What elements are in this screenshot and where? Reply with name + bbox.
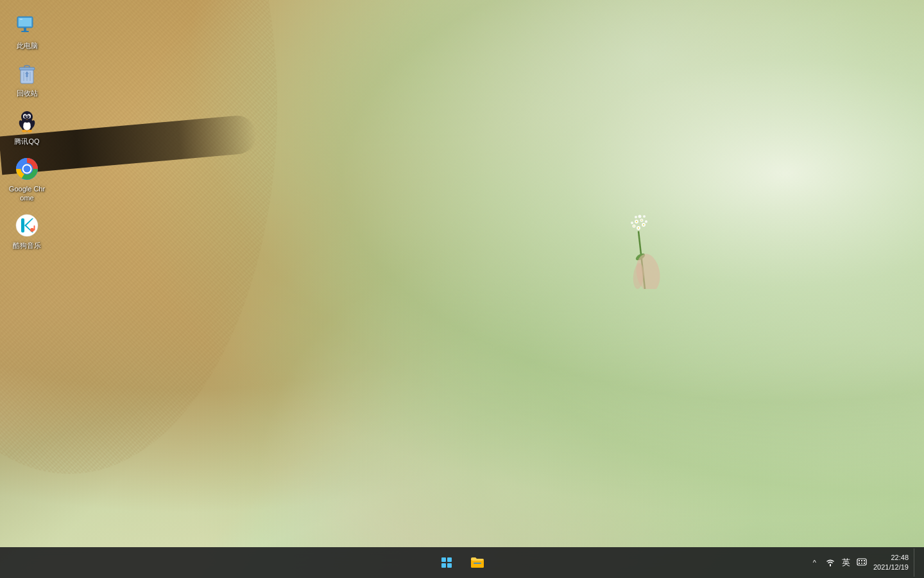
- language-indicator[interactable]: 英: [842, 557, 850, 568]
- start-button[interactable]: [432, 548, 461, 577]
- clock-time: 22:48: [873, 553, 909, 563]
- svg-rect-50: [857, 559, 866, 565]
- svg-rect-54: [859, 563, 860, 564]
- svg-rect-49: [474, 563, 481, 564]
- svg-point-44: [24, 165, 31, 172]
- svg-point-14: [633, 225, 635, 227]
- system-clock[interactable]: 22:48 2021/12/19: [873, 553, 909, 573]
- svg-point-11: [635, 216, 637, 218]
- svg-point-31: [21, 111, 33, 123]
- desktop-icon-kuwo[interactable]: 酷狗音乐: [5, 210, 49, 252]
- svg-point-12: [638, 227, 639, 229]
- taskbar-center: [432, 548, 492, 577]
- svg-point-37: [28, 115, 30, 116]
- show-desktop-button[interactable]: [914, 548, 916, 577]
- svg-point-7: [645, 220, 647, 223]
- desktop-icons-container: 此电脑 回收站: [0, 0, 54, 263]
- my-computer-label: 此电脑: [17, 41, 38, 50]
- svg-point-8: [631, 222, 633, 224]
- svg-point-9: [638, 215, 642, 218]
- desktop-icon-qq[interactable]: 腾讯QQ: [5, 106, 49, 148]
- svg-point-36: [25, 115, 26, 116]
- folder-icon: [470, 555, 485, 570]
- notification-chevron[interactable]: ^: [810, 556, 819, 569]
- svg-point-34: [24, 115, 27, 118]
- svg-rect-22: [21, 31, 29, 32]
- svg-rect-21: [24, 28, 26, 31]
- svg-point-47: [30, 228, 34, 232]
- svg-point-15: [641, 220, 642, 221]
- svg-rect-46: [21, 218, 24, 232]
- qq-icon: [14, 109, 40, 134]
- desktop-icon-recycle-bin[interactable]: 回收站: [5, 58, 49, 100]
- recycle-bin-label: 回收站: [17, 89, 38, 98]
- taskbar: ^ 英 22: [0, 547, 924, 578]
- input-method-icon[interactable]: [855, 556, 868, 570]
- windows-logo-icon: [441, 557, 452, 568]
- recycle-bin-icon: [14, 60, 40, 86]
- clock-date: 2021/12/19: [873, 563, 909, 572]
- svg-rect-25: [19, 67, 35, 70]
- my-computer-icon: [14, 13, 40, 39]
- svg-rect-55: [861, 563, 862, 564]
- svg-point-39: [27, 130, 32, 132]
- desktop-icon-my-computer[interactable]: 此电脑: [5, 10, 49, 53]
- chevron-icon: ^: [813, 559, 816, 566]
- chrome-icon: [14, 156, 40, 182]
- svg-point-30: [23, 121, 31, 130]
- flower-decoration: [603, 173, 680, 289]
- taskbar-file-explorer[interactable]: [463, 548, 492, 577]
- svg-point-38: [22, 130, 27, 132]
- desktop-icon-chrome[interactable]: Google Chrome: [5, 153, 49, 206]
- taskbar-right: ^ 英 22: [803, 548, 924, 577]
- svg-rect-56: [864, 563, 865, 564]
- chrome-label: Google Chrome: [8, 184, 46, 203]
- svg-point-16: [636, 221, 637, 222]
- svg-point-35: [28, 115, 30, 118]
- svg-point-45: [16, 215, 38, 236]
- svg-rect-48: [34, 225, 35, 231]
- kuwo-icon: [14, 213, 40, 238]
- svg-point-10: [643, 215, 646, 218]
- svg-point-13: [643, 224, 644, 225]
- svg-rect-52: [861, 560, 862, 561]
- svg-rect-53: [864, 560, 865, 561]
- svg-rect-51: [859, 560, 860, 561]
- wifi-tray-icon[interactable]: [824, 556, 837, 570]
- kuwo-label: 酷狗音乐: [13, 241, 41, 250]
- qq-label: 腾讯QQ: [14, 137, 39, 146]
